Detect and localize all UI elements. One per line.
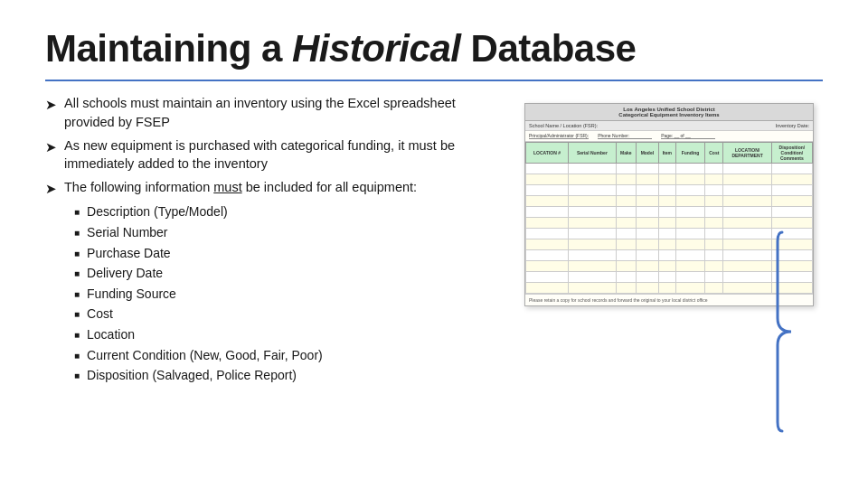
ss-principal-label: Principal/Administrator (FSR): bbox=[529, 133, 589, 139]
ss-phone-label: Phone Number: bbox=[598, 133, 652, 139]
sq-icon-9: ■ bbox=[74, 370, 80, 382]
table-row bbox=[526, 185, 813, 196]
table-row bbox=[526, 174, 813, 185]
sub-bullet-9: ■ Disposition (Salvaged, Police Report) bbox=[74, 367, 497, 385]
table-row bbox=[526, 229, 813, 239]
bullet-text-1: All schools must maintain an inventory u… bbox=[64, 94, 497, 131]
ss-main-header: Los Angeles Unified School District Cate… bbox=[525, 104, 813, 121]
ss-col-make: Make bbox=[616, 143, 636, 164]
title-area: Maintaining a Historical Database bbox=[45, 27, 823, 70]
bullet3-underline: must bbox=[213, 180, 241, 194]
title-suffix: Database bbox=[460, 27, 636, 70]
sq-icon-3: ■ bbox=[74, 248, 80, 260]
sq-icon-2: ■ bbox=[74, 227, 80, 239]
sub-bullet-text-8: Current Condition (New, Good, Fair, Poor… bbox=[87, 347, 323, 365]
text-section: ➤ All schools must maintain an inventory… bbox=[45, 94, 497, 388]
sub-bullet-7: ■ Location bbox=[74, 326, 497, 344]
main-bullet-2: ➤ As new equipment is purchased with cat… bbox=[45, 136, 497, 174]
bullet3-suffix: be included for all equipment: bbox=[242, 180, 417, 194]
sub-bullet-text-1: Description (Type/Model) bbox=[87, 203, 228, 221]
ss-title-line2: Categorical Equipment Inventory Items bbox=[529, 112, 809, 117]
table-row bbox=[526, 164, 813, 174]
sq-icon-5: ■ bbox=[74, 288, 80, 301]
sub-bullet-text-7: Location bbox=[87, 326, 135, 344]
ss-col-serial: Serial Number bbox=[569, 143, 617, 164]
sub-bullet-1: ■ Description (Type/Model) bbox=[74, 203, 497, 221]
ss-col-location: LOCATION # bbox=[526, 143, 569, 164]
main-bullet-1: ➤ All schools must maintain an inventory… bbox=[45, 94, 497, 131]
ss-info-row1: Principal/Administrator (FSR): Phone Num… bbox=[525, 131, 813, 142]
sq-icon-4: ■ bbox=[74, 267, 80, 280]
table-row bbox=[526, 261, 813, 272]
table-row bbox=[526, 239, 813, 250]
title-divider bbox=[45, 80, 823, 81]
bullet-text-3: The following information must be includ… bbox=[64, 178, 497, 196]
table-row bbox=[526, 272, 813, 283]
table-row bbox=[526, 250, 813, 261]
sub-bullets-list: ■ Description (Type/Model) ■ Serial Numb… bbox=[74, 203, 497, 384]
ss-col-item: Item bbox=[658, 143, 675, 164]
bullet-arrow-2: ➤ bbox=[45, 137, 57, 156]
sub-bullet-5: ■ Funding Source bbox=[74, 286, 497, 304]
sub-bullet-2: ■ Serial Number bbox=[74, 224, 497, 242]
spreadsheet-area: Los Angeles Unified School District Cate… bbox=[515, 94, 823, 388]
ss-page-label: Page: __ of __ bbox=[661, 133, 715, 139]
sub-bullet-text-9: Disposition (Salvaged, Police Report) bbox=[87, 367, 297, 385]
spreadsheet-mockup: Los Angeles Unified School District Cate… bbox=[524, 103, 814, 306]
sub-bullet-4: ■ Delivery Date bbox=[74, 265, 497, 283]
sub-bullet-text-6: Cost bbox=[87, 305, 113, 324]
table-row bbox=[526, 218, 813, 229]
sub-bullet-6: ■ Cost bbox=[74, 305, 497, 324]
sub-bullet-text-5: Funding Source bbox=[87, 286, 176, 304]
slide: Maintaining a Historical Database ➤ All … bbox=[0, 0, 868, 488]
bullet3-prefix: The following information bbox=[64, 180, 213, 194]
content-area: ➤ All schools must maintain an inventory… bbox=[45, 94, 823, 388]
sub-bullet-text-3: Purchase Date bbox=[87, 245, 171, 263]
title-italic: Historical bbox=[292, 27, 460, 70]
ss-footer: Please retain a copy for school records … bbox=[525, 294, 813, 305]
ss-col-model: Model bbox=[636, 143, 658, 164]
sq-icon-8: ■ bbox=[74, 350, 80, 362]
main-bullet-3: ➤ The following information must be incl… bbox=[45, 178, 497, 198]
table-row bbox=[526, 207, 813, 218]
sub-bullet-8: ■ Current Condition (New, Good, Fair, Po… bbox=[74, 347, 497, 365]
ss-subheader-row: School Name / Location (FSR): Inventory … bbox=[525, 121, 813, 131]
sub-bullet-text-4: Delivery Date bbox=[87, 265, 163, 283]
title-prefix: Maintaining a bbox=[45, 27, 292, 70]
ss-date-label: Inventory Date: bbox=[776, 123, 809, 128]
sq-icon-7: ■ bbox=[74, 329, 80, 342]
curly-brace-decoration bbox=[773, 228, 818, 436]
sq-icon-1: ■ bbox=[74, 206, 80, 219]
ss-col-locdept: LOCATION/DEPARTMENT bbox=[723, 143, 771, 164]
sub-bullet-3: ■ Purchase Date bbox=[74, 245, 497, 263]
slide-title: Maintaining a Historical Database bbox=[45, 27, 823, 70]
ss-school-label: School Name / Location (FSR): bbox=[529, 123, 598, 128]
ss-col-disposition: Disposition/Condition/Comments bbox=[771, 143, 812, 164]
table-row bbox=[526, 196, 813, 207]
ss-col-funding: Funding bbox=[675, 143, 704, 164]
sub-bullet-text-2: Serial Number bbox=[87, 224, 167, 242]
ss-data-table: LOCATION # Serial Number Make Model Item… bbox=[525, 142, 813, 294]
sq-icon-6: ■ bbox=[74, 308, 80, 321]
table-row bbox=[526, 283, 813, 294]
bullet-arrow-1: ➤ bbox=[45, 95, 57, 114]
bullet-text-2: As new equipment is purchased with categ… bbox=[64, 136, 497, 174]
bullet-arrow-3: ➤ bbox=[45, 179, 57, 198]
ss-col-cost: Cost bbox=[705, 143, 723, 164]
